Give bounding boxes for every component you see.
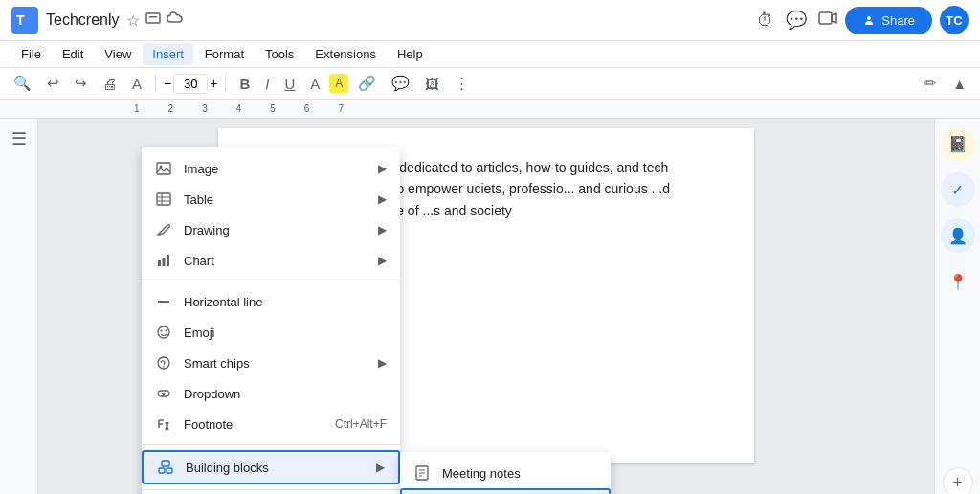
drawing-arrow: ▶ xyxy=(378,223,387,236)
footnote-label: Footnote xyxy=(184,417,323,432)
app-icon: T xyxy=(11,7,38,34)
top-icons: ⏱ 💬 xyxy=(757,10,837,31)
menu-image[interactable]: Image ▶ xyxy=(142,153,400,184)
chart-icon xyxy=(155,252,172,269)
chart-label: Chart xyxy=(184,254,367,268)
svg-rect-1 xyxy=(146,13,160,23)
insert-menu: Image ▶ Table ▶ Drawing ▶ Chart ▶ xyxy=(142,147,400,494)
smart-chips-icon xyxy=(155,354,172,371)
search-toolbar-btn[interactable]: 🔍 xyxy=(8,72,37,95)
chart-arrow: ▶ xyxy=(378,254,387,267)
submenu-meeting-notes[interactable]: Meeting notes xyxy=(400,458,611,488)
horizontal-line-icon xyxy=(155,293,172,310)
emoji-label: Emoji xyxy=(184,326,387,340)
horizontal-line-label: Horizontal line xyxy=(184,295,387,309)
doc-title: Techcrenly xyxy=(46,11,119,29)
image-toolbar-btn[interactable]: 🖼 xyxy=(419,73,445,95)
menu-footnote[interactable]: Footnote Ctrl+Alt+F xyxy=(142,409,400,439)
menu-emoji[interactable]: Emoji xyxy=(142,317,400,348)
menu-table[interactable]: Table ▶ xyxy=(142,184,400,214)
image-arrow: ▶ xyxy=(378,162,387,175)
table-arrow: ▶ xyxy=(378,192,387,206)
main-area: ☰ a tech blog site that is dedicated to … xyxy=(0,119,980,494)
video-icon[interactable] xyxy=(818,11,837,31)
maps-icon[interactable]: 📍 xyxy=(941,264,975,299)
svg-rect-8 xyxy=(157,193,170,205)
list-icon[interactable]: ☰ xyxy=(11,128,27,149)
undo-btn[interactable]: ↩ xyxy=(41,72,65,95)
redo-btn[interactable]: ↪ xyxy=(69,72,93,95)
spellcheck-btn[interactable]: A xyxy=(126,73,147,95)
menu-horizontal-line[interactable]: Horizontal line xyxy=(142,286,400,317)
menu-building-blocks[interactable]: Building blocks ▶ Meeting notes Email dr… xyxy=(142,450,400,484)
highlight-btn[interactable]: A xyxy=(329,74,348,93)
avatar[interactable]: TC xyxy=(940,6,969,34)
menu-drawing[interactable]: Drawing ▶ xyxy=(142,214,400,245)
svg-point-17 xyxy=(161,330,163,332)
ruler: 1 2 3 4 5 6 7 xyxy=(0,100,980,119)
collapse-btn[interactable]: ▲ xyxy=(947,73,972,95)
more-btn[interactable]: ⋮ xyxy=(449,72,475,95)
menu-bar: File Edit View Insert Format Tools Exten… xyxy=(0,41,980,68)
font-size-input[interactable]: 30 xyxy=(173,74,208,94)
submenu-email-draft[interactable]: Email draft xyxy=(400,488,611,494)
cloud-icon[interactable] xyxy=(167,11,184,30)
menu-file[interactable]: File xyxy=(11,43,51,65)
meeting-notes-icon xyxy=(413,464,431,482)
menu-chart[interactable]: Chart ▶ xyxy=(142,245,400,276)
svg-rect-12 xyxy=(158,260,161,266)
font-size-decrease[interactable]: − xyxy=(164,76,171,91)
svg-rect-13 xyxy=(163,258,166,266)
menu-tools[interactable]: Tools xyxy=(256,43,303,65)
svg-rect-3 xyxy=(819,12,832,24)
building-blocks-submenu: Meeting notes Email draft Product roadma… xyxy=(400,452,611,494)
add-btn[interactable]: + xyxy=(943,467,973,494)
bold-btn[interactable]: B xyxy=(234,73,256,95)
right-sidebar: 📓 ✓ 👤 📍 + xyxy=(934,119,980,494)
pen-btn[interactable]: ✏ xyxy=(919,72,943,95)
drawing-icon xyxy=(155,221,172,238)
divider-1 xyxy=(142,281,400,281)
svg-rect-6 xyxy=(157,163,170,174)
footnote-shortcut: Ctrl+Alt+F xyxy=(335,417,387,431)
menu-extensions[interactable]: Extensions xyxy=(305,43,386,65)
smart-chips-label: Smart chips xyxy=(184,356,367,370)
menu-insert[interactable]: Insert xyxy=(143,43,193,65)
font-color-btn[interactable]: A xyxy=(304,73,325,95)
menu-dropdown[interactable]: Dropdown xyxy=(142,378,400,409)
menu-edit[interactable]: Edit xyxy=(53,43,93,65)
title-icons: ☆ xyxy=(126,11,184,30)
meeting-notes-label: Meeting notes xyxy=(442,466,597,481)
font-size-control[interactable]: − 30 + xyxy=(164,74,217,94)
divider-3 xyxy=(142,489,400,490)
notes-icon[interactable]: 📓 xyxy=(941,126,975,161)
svg-rect-28 xyxy=(167,468,172,473)
building-blocks-icon xyxy=(157,459,174,476)
font-size-increase[interactable]: + xyxy=(210,76,217,91)
link-btn[interactable]: 🔗 xyxy=(352,72,382,95)
drive-icon[interactable] xyxy=(145,11,161,30)
building-blocks-arrow: ▶ xyxy=(376,460,385,474)
underline-btn[interactable]: U xyxy=(278,73,301,95)
toolbar-divider-2 xyxy=(225,74,226,93)
check-icon[interactable]: ✓ xyxy=(941,172,975,207)
star-icon[interactable]: ☆ xyxy=(126,11,140,30)
drawing-label: Drawing xyxy=(184,223,367,237)
share-button[interactable]: Share xyxy=(845,7,932,34)
building-blocks-label: Building blocks xyxy=(186,460,365,475)
italic-btn[interactable]: I xyxy=(259,73,275,95)
menu-format[interactable]: Format xyxy=(195,43,254,65)
menu-view[interactable]: View xyxy=(95,43,141,65)
person-icon[interactable]: 👤 xyxy=(941,218,975,253)
comment-toolbar-btn[interactable]: 💬 xyxy=(386,72,415,95)
svg-point-5 xyxy=(867,16,871,20)
svg-rect-14 xyxy=(167,255,169,266)
comment-icon[interactable]: 💬 xyxy=(786,10,807,31)
menu-help[interactable]: Help xyxy=(388,43,433,65)
print-btn[interactable]: 🖨 xyxy=(97,73,122,95)
history-icon[interactable]: ⏱ xyxy=(757,11,774,31)
table-label: Table xyxy=(184,192,367,207)
menu-smart-chips[interactable]: Smart chips ▶ xyxy=(142,348,400,378)
image-label: Image xyxy=(184,162,367,176)
smart-chips-arrow: ▶ xyxy=(378,356,387,370)
